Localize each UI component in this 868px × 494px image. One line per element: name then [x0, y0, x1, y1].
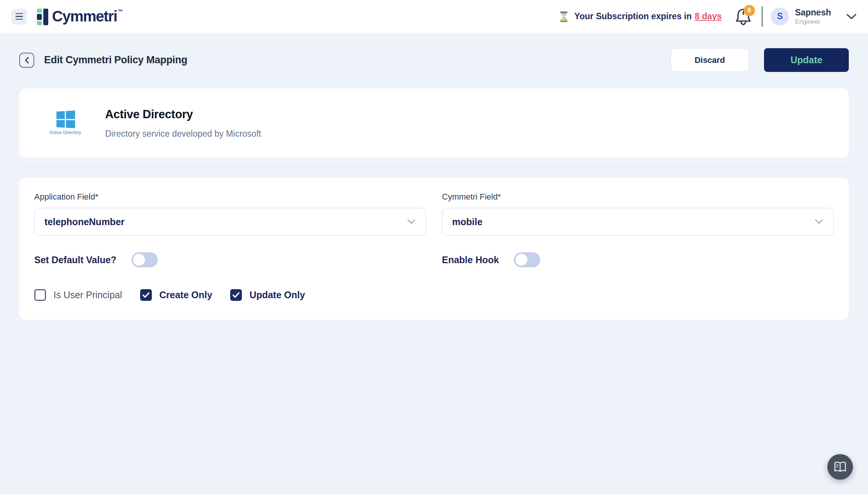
application-title: Active Directory — [105, 108, 261, 121]
is-user-principal-label: Is User Principal — [53, 290, 122, 300]
create-only-label: Create Only — [159, 290, 212, 300]
create-only-checkbox[interactable]: Create Only — [140, 289, 212, 301]
set-default-value-group: Set Default Value? — [34, 252, 426, 267]
subscription-days-link[interactable]: 8 days — [695, 11, 722, 21]
cymmetri-field-label: Cymmetri Field* — [442, 192, 834, 202]
logo-mark-icon — [37, 9, 48, 25]
avatar: S — [771, 8, 789, 26]
set-default-value-toggle[interactable] — [131, 252, 158, 267]
subscription-text: Your Subscription expires in — [575, 11, 692, 21]
cymmetri-field-value: mobile — [452, 217, 483, 227]
application-subtitle: Directory service developed by Microsoft — [105, 129, 261, 139]
user-role: Engineer — [795, 18, 831, 26]
active-directory-logo-icon: Active Directory — [47, 111, 83, 135]
logo-trademark: ™ — [118, 8, 123, 15]
subscription-expiry-notice: ⌛ Your Subscription expires in 8 days — [558, 11, 721, 21]
application-field-select[interactable]: telephoneNumber — [34, 208, 426, 236]
chevron-down-icon — [407, 219, 416, 225]
back-button[interactable] — [19, 53, 34, 68]
section-divider — [17, 167, 851, 167]
chevron-left-icon — [24, 56, 30, 64]
topbar-divider — [762, 6, 763, 27]
update-only-label: Update Only — [249, 290, 305, 300]
update-only-checkbox[interactable]: Update Only — [230, 289, 305, 301]
checkbox-checked-icon — [230, 289, 242, 301]
update-button[interactable]: Update — [764, 48, 849, 72]
logo-wordmark: Cymmetri — [52, 8, 117, 24]
mapping-form-card: Application Field* telephoneNumber Cymme… — [19, 178, 849, 320]
hamburger-menu-icon[interactable] — [11, 9, 27, 24]
page-title: Edit Cymmetri Policy Mapping — [44, 54, 187, 66]
notifications-button[interactable]: 9 — [735, 7, 752, 26]
user-menu[interactable]: S Sapnesh Engineer — [771, 8, 857, 26]
enable-hook-label: Enable Hook — [442, 255, 499, 265]
application-field-group: Application Field* telephoneNumber — [34, 192, 426, 236]
active-directory-logo-caption: Active Directory — [49, 130, 81, 135]
is-user-principal-checkbox[interactable]: Is User Principal — [34, 289, 122, 301]
page-header: Edit Cymmetri Policy Mapping Discard Upd… — [19, 48, 849, 72]
open-book-icon — [834, 461, 847, 473]
chevron-down-icon — [846, 13, 857, 20]
application-field-value: telephoneNumber — [44, 217, 125, 227]
cymmetri-field-group: Cymmetri Field* mobile — [442, 192, 834, 236]
set-default-value-label: Set Default Value? — [34, 255, 116, 265]
cymmetri-field-select[interactable]: mobile — [442, 208, 834, 236]
checkbox-unchecked-icon — [34, 289, 46, 301]
chevron-down-icon — [815, 219, 824, 225]
notification-badge: 9 — [744, 5, 755, 16]
enable-hook-toggle[interactable] — [514, 252, 540, 267]
application-card: Active Directory Active Directory Direct… — [19, 88, 849, 158]
app-logo[interactable]: Cymmetri ™ — [37, 8, 123, 25]
user-name: Sapnesh — [795, 8, 831, 17]
hourglass-icon: ⌛ — [558, 12, 570, 21]
enable-hook-group: Enable Hook — [442, 252, 834, 267]
checkbox-checked-icon — [140, 289, 152, 301]
topbar: Cymmetri ™ ⌛ Your Subscription expires i… — [0, 0, 868, 33]
documentation-fab-button[interactable] — [827, 454, 853, 480]
application-field-label: Application Field* — [34, 192, 426, 202]
discard-button[interactable]: Discard — [671, 48, 749, 72]
